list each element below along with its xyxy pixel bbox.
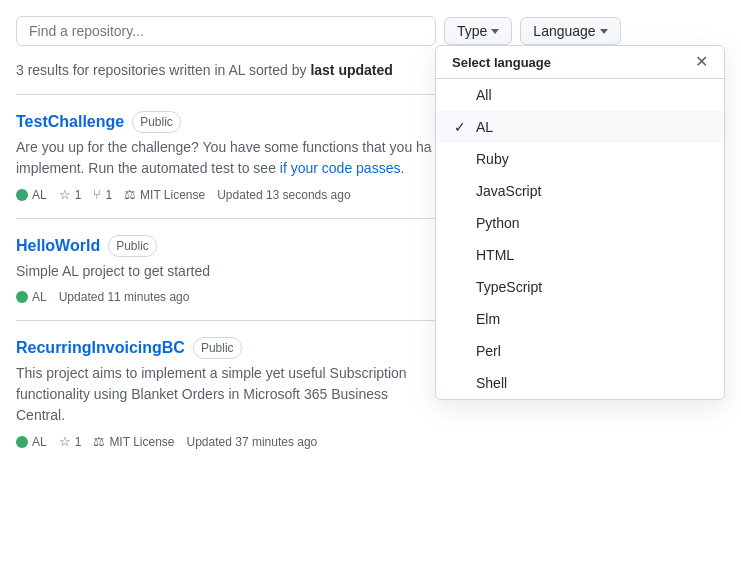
- search-bar-row: Type Language: [16, 16, 725, 46]
- desc-link[interactable]: if your code passes: [280, 160, 401, 176]
- dropdown-item-label: Elm: [476, 311, 500, 327]
- stars-count[interactable]: 1: [59, 434, 82, 449]
- star-icon: [59, 434, 71, 449]
- star-icon: [59, 187, 71, 202]
- stars-count[interactable]: 1: [59, 187, 82, 202]
- repo-name-link[interactable]: RecurringInvoicingBC: [16, 339, 185, 357]
- language-indicator: AL: [16, 435, 47, 449]
- repo-name-link[interactable]: HelloWorld: [16, 237, 100, 255]
- license-info: MIT License: [124, 187, 205, 202]
- search-input[interactable]: [16, 16, 436, 46]
- close-button[interactable]: ✕: [695, 54, 708, 70]
- dropdown-item[interactable]: HTML: [436, 239, 724, 271]
- scale-icon: [93, 434, 105, 449]
- dropdown-title: Select language: [452, 55, 551, 70]
- language-dot: [16, 436, 28, 448]
- dropdown-item-label: AL: [476, 119, 493, 135]
- dropdown-item[interactable]: Ruby: [436, 143, 724, 175]
- scale-icon: [124, 187, 136, 202]
- dropdown-item[interactable]: TypeScript: [436, 271, 724, 303]
- type-filter-button[interactable]: Type: [444, 17, 512, 45]
- dropdown-item-label: JavaScript: [476, 183, 541, 199]
- forks-count[interactable]: 1: [93, 187, 112, 202]
- updated-time: Updated 13 seconds ago: [217, 188, 350, 202]
- dropdown-item[interactable]: Shell: [436, 367, 724, 399]
- visibility-badge: Public: [193, 337, 242, 359]
- license-info: MIT License: [93, 434, 174, 449]
- dropdown-item-label: All: [476, 87, 492, 103]
- chevron-down-icon: [600, 29, 608, 34]
- repo-meta: AL 1 MIT License Updated 37 minutes ago: [16, 434, 725, 449]
- repo-description: Simple AL project to get started: [16, 261, 436, 282]
- repo-name-link[interactable]: TestChallenge: [16, 113, 124, 131]
- language-label: Language: [533, 23, 595, 39]
- dropdown-item-label: Python: [476, 215, 520, 231]
- dropdown-item[interactable]: Elm: [436, 303, 724, 335]
- language-indicator: AL: [16, 188, 47, 202]
- updated-time: Updated 37 minutes ago: [187, 435, 318, 449]
- dropdown-item[interactable]: JavaScript: [436, 175, 724, 207]
- chevron-down-icon: [491, 29, 499, 34]
- language-filter-button[interactable]: Language: [520, 17, 620, 45]
- language-dot: [16, 291, 28, 303]
- dropdown-item[interactable]: AL: [436, 111, 724, 143]
- language-dot: [16, 189, 28, 201]
- dropdown-item[interactable]: Python: [436, 207, 724, 239]
- dropdown-item-label: Perl: [476, 343, 501, 359]
- updated-time: Updated 11 minutes ago: [59, 290, 190, 304]
- language-dropdown: Select language ✕ AllALRubyJavaScriptPyt…: [435, 45, 725, 400]
- dropdown-item-label: TypeScript: [476, 279, 542, 295]
- visibility-badge: Public: [108, 235, 157, 257]
- dropdown-item-label: HTML: [476, 247, 514, 263]
- repo-description: This project aims to implement a simple …: [16, 363, 436, 426]
- dropdown-header: Select language ✕: [436, 46, 724, 79]
- repo-description: Are you up for the challenge? You have s…: [16, 137, 436, 179]
- fork-icon: [93, 187, 101, 202]
- dropdown-item-label: Shell: [476, 375, 507, 391]
- language-indicator: AL: [16, 290, 47, 304]
- dropdown-items-container: AllALRubyJavaScriptPythonHTMLTypeScriptE…: [436, 79, 724, 399]
- dropdown-item-label: Ruby: [476, 151, 509, 167]
- visibility-badge: Public: [132, 111, 181, 133]
- dropdown-item[interactable]: All: [436, 79, 724, 111]
- dropdown-item[interactable]: Perl: [436, 335, 724, 367]
- type-label: Type: [457, 23, 487, 39]
- check-mark-icon: [452, 119, 468, 135]
